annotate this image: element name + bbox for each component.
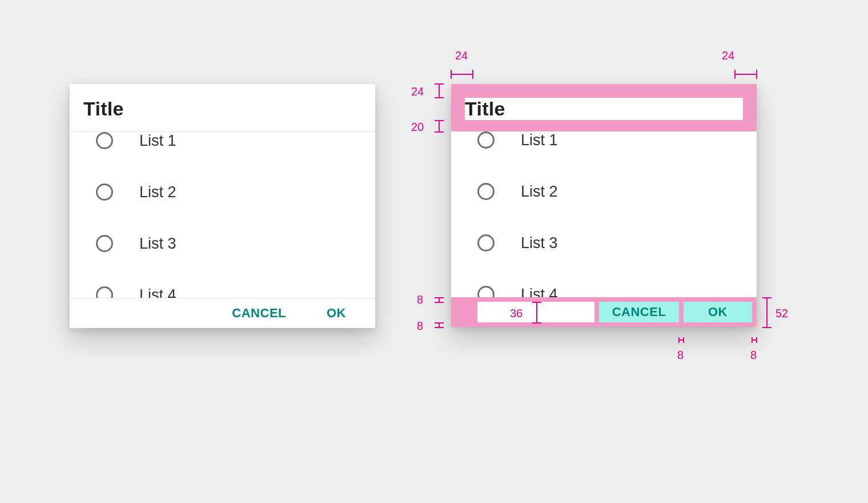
dialog-title: Title <box>83 98 361 120</box>
measure-label: 24 <box>411 85 424 98</box>
list-item[interactable]: List 3 <box>477 217 757 269</box>
cancel-button[interactable]: CANCEL <box>599 302 679 322</box>
measure-footer-pad-top-icon <box>431 298 448 305</box>
measure-side-pad-right-icon <box>735 57 769 80</box>
radio-icon[interactable] <box>477 183 495 200</box>
list-item-label: List 1 <box>521 131 558 149</box>
dialog-footer-spec: CANCEL OK <box>451 297 757 327</box>
dialog-list: List 1 List 2 List 3 List 4 <box>70 132 375 298</box>
dialog-title: Title <box>465 98 743 120</box>
measure-label: 24 <box>722 49 734 62</box>
dialog-list: List 1 List 2 List 3 List 4 <box>451 131 757 297</box>
measure-header-pad-top-icon <box>431 84 448 99</box>
measure-label: 24 <box>455 49 468 62</box>
list-item-label: List 4 <box>139 286 176 298</box>
radio-icon[interactable] <box>96 132 113 149</box>
measure-label: 36 <box>510 307 523 320</box>
measure-footer-pad-bottom-icon <box>431 323 448 330</box>
dialog-footer: CANCEL OK <box>70 298 375 328</box>
radio-icon[interactable] <box>96 183 113 201</box>
radio-icon[interactable] <box>96 235 113 252</box>
dialog-example-spec: Title List 1 List 2 List 3 List 4 <box>451 84 757 327</box>
list-item[interactable]: List 4 <box>477 269 757 297</box>
radio-icon[interactable] <box>96 286 113 298</box>
radio-icon[interactable] <box>477 131 495 149</box>
list-item[interactable]: List 1 <box>96 132 375 166</box>
dialog-header-spec: Title <box>451 84 757 131</box>
radio-icon[interactable] <box>477 286 495 297</box>
radio-icon[interactable] <box>477 234 495 251</box>
list-item[interactable]: List 3 <box>96 218 375 269</box>
list-item[interactable]: List 4 <box>96 269 375 298</box>
list-item-label: List 1 <box>139 132 176 150</box>
dialog-example-plain: Title List 1 List 2 List 3 List 4 <box>70 84 375 328</box>
measure-label: 8 <box>417 293 423 306</box>
measure-label: 8 <box>750 349 757 362</box>
measure-label: 20 <box>411 121 424 134</box>
cancel-button[interactable]: CANCEL <box>220 303 298 324</box>
measure-label: 52 <box>775 307 788 320</box>
list-item-label: List 2 <box>139 183 176 201</box>
list-item-label: List 4 <box>521 286 558 298</box>
list-item[interactable]: List 1 <box>477 131 757 166</box>
spec-filler <box>477 302 594 322</box>
ok-button[interactable]: OK <box>684 302 752 322</box>
measure-label: 8 <box>677 349 684 362</box>
list-item-label: List 2 <box>521 183 558 201</box>
list-item[interactable]: List 2 <box>96 166 375 218</box>
list-item-label: List 3 <box>521 234 558 252</box>
measure-label: 8 <box>417 320 423 333</box>
dialog-header: Title <box>70 84 375 131</box>
ok-button[interactable]: OK <box>302 303 371 324</box>
list-item-label: List 3 <box>139 235 176 253</box>
measure-header-pad-bottom-icon <box>431 121 448 133</box>
list-item[interactable]: List 2 <box>477 166 757 217</box>
